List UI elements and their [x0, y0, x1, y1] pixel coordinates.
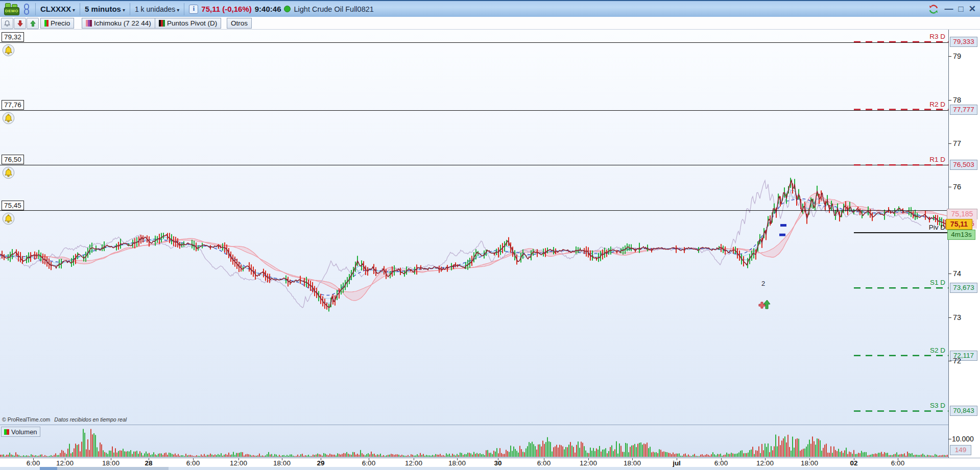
- time-axis-label: 6:00: [27, 459, 40, 467]
- time-axis-tick: [149, 458, 149, 460]
- axis-tick-label: 74: [953, 269, 961, 278]
- alarm-bell-icon[interactable]: [2, 212, 15, 225]
- sell-arrow-button[interactable]: [14, 18, 26, 29]
- time-axis-label: 18:00: [448, 459, 466, 467]
- volume-last-value-label: 149: [950, 445, 971, 455]
- position-marker: [779, 234, 785, 236]
- trade-buy-arrow-icon: [763, 300, 770, 309]
- time-axis-label: 02: [850, 459, 857, 467]
- indicator-toolbar: Precio Ichimoku (7 22 44) Puntos Pivot (…: [0, 17, 980, 30]
- buy-arrow-button[interactable]: [27, 18, 39, 29]
- units-label: 1 k unidades: [135, 5, 175, 13]
- price-series-plot: [0, 30, 948, 425]
- tab-label: Puntos Pivot (D): [167, 19, 217, 27]
- time-axis-tick: [588, 458, 589, 460]
- volume-legend[interactable]: Volumen: [1, 427, 40, 437]
- time-axis-label: 6:00: [362, 459, 375, 467]
- price-chart[interactable]: © ProRealTime.comDatos recibidos en tiem…: [0, 30, 948, 425]
- time-axis-tick: [809, 458, 810, 460]
- close-button[interactable]: ✕: [969, 4, 976, 14]
- time-axis-label: 18:00: [273, 459, 291, 467]
- pivot-axis-value-label: 73,673: [950, 283, 977, 293]
- tab-label: Otros: [231, 19, 248, 27]
- pivot-name-label: Piv D: [910, 224, 945, 231]
- alarm-price-label[interactable]: 75,45: [2, 201, 24, 210]
- alarm-price-label[interactable]: 79,32: [2, 32, 24, 42]
- bell-outline-icon: [4, 20, 11, 27]
- axis-tick: [948, 317, 951, 318]
- time-axis-tick: [854, 458, 854, 460]
- demo-label: DEMO: [4, 7, 19, 15]
- symbol-dropdown[interactable]: CLXXXX▾: [40, 5, 75, 14]
- time-axis-tick: [632, 458, 633, 460]
- time-axis-tick: [498, 458, 498, 460]
- alarm-bell-icon[interactable]: [2, 112, 15, 125]
- axis-tick-label: 78: [953, 96, 961, 104]
- alarm-price-label[interactable]: 76,50: [2, 155, 24, 164]
- tab-puntos-pivot[interactable]: Puntos Pivot (D): [155, 18, 221, 29]
- units-dropdown[interactable]: 1 k unidades▾: [135, 5, 179, 14]
- chevron-down-icon: ▾: [73, 7, 75, 13]
- time-axis-label: 18:00: [801, 459, 818, 467]
- pivot-name-label: R3 D: [910, 33, 945, 40]
- prorealtime-window: DEMO CLXXXX▾ 5 minutos▾ 1 k unidades▾ i …: [0, 0, 980, 470]
- bar-countdown-label: 4m13s: [947, 230, 975, 240]
- axis-tick: [948, 56, 951, 57]
- volume-axis-tick: [948, 439, 951, 439]
- timeframe-dropdown[interactable]: 5 minutos▾: [85, 5, 125, 14]
- last-price-change: 75,11 (-0,16%): [201, 5, 251, 13]
- time-axis-label: 6:00: [537, 459, 551, 467]
- instrument-name: Light Crude Oil Full0821: [294, 5, 373, 13]
- position-marker: [780, 224, 786, 227]
- tab-ichimoku[interactable]: Ichimoku (7 22 44): [82, 18, 155, 29]
- link-chain-icon[interactable]: [22, 3, 31, 15]
- realtime-status-text: Datos recibidos en tiempo real: [54, 416, 127, 423]
- axis-tick-label: 77: [953, 139, 961, 147]
- tab-label: Precio: [51, 19, 70, 27]
- pivot-points-icon: [159, 20, 165, 27]
- chevron-down-icon: ▾: [177, 7, 179, 13]
- time-axis-label: 12:00: [230, 459, 247, 467]
- last-price-label: 75,11: [946, 219, 972, 230]
- ichimoku-cloud: [0, 193, 948, 301]
- price-line: [0, 181, 948, 308]
- pivot-name-label: R1 D: [910, 156, 945, 163]
- info-icon[interactable]: i: [189, 5, 198, 14]
- pivot-name-label: R2 D: [910, 101, 945, 108]
- scrollbar-segment[interactable]: [40, 467, 57, 470]
- time-axis-tick: [282, 458, 282, 460]
- tab-otros[interactable]: Otros: [227, 18, 252, 29]
- pivot-name-label: S3 D: [910, 402, 945, 409]
- pivot-name-label: S2 D: [910, 347, 945, 354]
- price-candles-icon: [44, 20, 49, 27]
- alarm-bell-icon[interactable]: [2, 44, 15, 57]
- time-axis-tick: [414, 458, 414, 460]
- maximize-button[interactable]: □: [958, 4, 963, 14]
- indicator-value-label: 75,185: [947, 209, 977, 219]
- copyright-text: © ProRealTime.com: [2, 416, 50, 423]
- axis-tick-label: 79: [953, 52, 961, 60]
- copyright-note: © ProRealTime.comDatos recibidos en tiem…: [2, 416, 127, 423]
- time-axis-label: 6:00: [186, 459, 200, 467]
- alarm-bell-button[interactable]: [1, 18, 13, 29]
- minimize-button[interactable]: —: [944, 4, 953, 14]
- price-axis[interactable]: [948, 30, 980, 467]
- time-axis-tick: [111, 458, 111, 460]
- tab-precio[interactable]: Precio: [40, 18, 74, 29]
- scrollbar-thumb[interactable]: [57, 467, 169, 470]
- refresh-icon[interactable]: [928, 4, 939, 15]
- symbol-label: CLXXXX: [40, 5, 71, 13]
- time-axis-tick: [898, 458, 898, 460]
- time-axis[interactable]: 6:0012:0018:00286:0012:0018:00296:0012:0…: [0, 458, 980, 467]
- axis-tick-label: 73: [953, 313, 961, 321]
- candles: [2, 178, 946, 311]
- clock: 9:40:46: [255, 5, 281, 13]
- time-axis-tick: [193, 458, 194, 460]
- time-axis-tick: [721, 458, 722, 460]
- time-axis-tick: [369, 458, 369, 460]
- alarm-bell-icon[interactable]: [2, 166, 15, 179]
- volume-panel[interactable]: [0, 425, 948, 458]
- chevron-down-icon: ▾: [123, 7, 125, 13]
- pivot-axis-value-label: 77,777: [950, 105, 977, 115]
- alarm-price-label[interactable]: 77,76: [2, 100, 24, 110]
